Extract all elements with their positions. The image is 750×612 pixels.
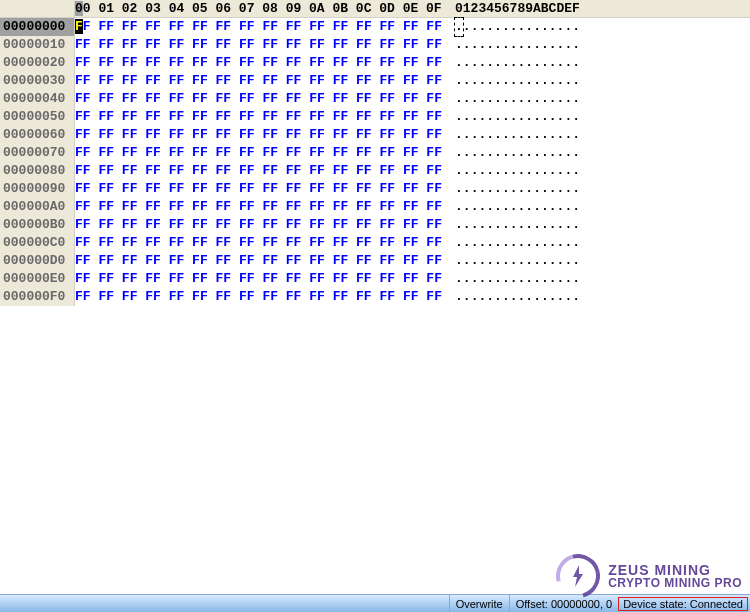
ascii-bytes[interactable]: ................ — [443, 288, 643, 306]
status-bar: Overwrite Offset: 00000000, 0 Device sta… — [0, 594, 750, 612]
header-offset-gutter — [0, 0, 75, 17]
offset-cell: 000000B0 — [0, 216, 75, 234]
offset-cell: 000000F0 — [0, 288, 75, 306]
hex-bytes[interactable]: FF FF FF FF FF FF FF FF FF FF FF FF FF F… — [75, 198, 443, 216]
ascii-bytes[interactable]: ................ — [443, 126, 643, 144]
hex-bytes[interactable]: FF FF FF FF FF FF FF FF FF FF FF FF FF F… — [75, 54, 443, 72]
status-mode: Overwrite — [449, 595, 509, 612]
hex-bytes[interactable]: FF FF FF FF FF FF FF FF FF FF FF FF FF F… — [75, 288, 443, 306]
ascii-bytes[interactable]: ................ — [443, 144, 643, 162]
ascii-bytes[interactable]: ................ — [443, 72, 643, 90]
hex-bytes[interactable]: FF FF FF FF FF FF FF FF FF FF FF FF FF F… — [75, 216, 443, 234]
hex-grid[interactable]: 00000000FF FF FF FF FF FF FF FF FF FF FF… — [0, 18, 750, 594]
ascii-bytes[interactable]: ................ — [443, 216, 643, 234]
offset-cell: 00000010 — [0, 36, 75, 54]
hex-bytes[interactable]: FF FF FF FF FF FF FF FF FF FF FF FF FF F… — [75, 18, 443, 36]
offset-cell: 00000000 — [0, 18, 75, 36]
offset-cell: 00000050 — [0, 108, 75, 126]
hex-bytes[interactable]: FF FF FF FF FF FF FF FF FF FF FF FF FF F… — [75, 126, 443, 144]
hex-bytes[interactable]: FF FF FF FF FF FF FF FF FF FF FF FF FF F… — [75, 252, 443, 270]
offset-cell: 00000070 — [0, 144, 75, 162]
hex-row[interactable]: 00000050FF FF FF FF FF FF FF FF FF FF FF… — [0, 108, 750, 126]
offset-cell: 000000A0 — [0, 198, 75, 216]
ascii-bytes[interactable]: ................ — [443, 162, 643, 180]
hex-bytes[interactable]: FF FF FF FF FF FF FF FF FF FF FF FF FF F… — [75, 36, 443, 54]
hex-row[interactable]: 00000010FF FF FF FF FF FF FF FF FF FF FF… — [0, 36, 750, 54]
header-ascii-columns: 0123456789ABCDEF — [443, 0, 580, 17]
hex-row[interactable]: 00000070FF FF FF FF FF FF FF FF FF FF FF… — [0, 144, 750, 162]
hex-row[interactable]: 00000090FF FF FF FF FF FF FF FF FF FF FF… — [0, 180, 750, 198]
hex-row[interactable]: 00000030FF FF FF FF FF FF FF FF FF FF FF… — [0, 72, 750, 90]
hex-row[interactable]: 000000E0FF FF FF FF FF FF FF FF FF FF FF… — [0, 270, 750, 288]
offset-cell: 000000C0 — [0, 234, 75, 252]
hex-row[interactable]: 000000A0FF FF FF FF FF FF FF FF FF FF FF… — [0, 198, 750, 216]
ascii-bytes[interactable]: ................ — [443, 252, 643, 270]
status-offset: Offset: 00000000, 0 — [509, 595, 618, 612]
ascii-bytes[interactable]: ................ — [443, 180, 643, 198]
header-hex-columns: 00 01 02 03 04 05 06 07 08 09 0A 0B 0C 0… — [75, 0, 443, 17]
hex-row[interactable]: 00000080FF FF FF FF FF FF FF FF FF FF FF… — [0, 162, 750, 180]
hex-row[interactable]: 00000000FF FF FF FF FF FF FF FF FF FF FF… — [0, 18, 750, 36]
offset-cell: 000000D0 — [0, 252, 75, 270]
ascii-bytes[interactable]: ................ — [443, 36, 643, 54]
offset-cell: 00000080 — [0, 162, 75, 180]
status-device-state: Device state: Connected — [618, 597, 748, 611]
hex-bytes[interactable]: FF FF FF FF FF FF FF FF FF FF FF FF FF F… — [75, 144, 443, 162]
ascii-bytes[interactable]: ................ — [443, 90, 643, 108]
hex-bytes[interactable]: FF FF FF FF FF FF FF FF FF FF FF FF FF F… — [75, 180, 443, 198]
offset-cell: 00000040 — [0, 90, 75, 108]
ascii-bytes[interactable]: ................ — [443, 18, 643, 36]
hex-header: 00 01 02 03 04 05 06 07 08 09 0A 0B 0C 0… — [0, 0, 750, 18]
offset-cell: 000000E0 — [0, 270, 75, 288]
ascii-bytes[interactable]: ................ — [443, 234, 643, 252]
hex-bytes[interactable]: FF FF FF FF FF FF FF FF FF FF FF FF FF F… — [75, 270, 443, 288]
hex-row[interactable]: 000000D0FF FF FF FF FF FF FF FF FF FF FF… — [0, 252, 750, 270]
offset-cell: 00000030 — [0, 72, 75, 90]
hex-row[interactable]: 00000060FF FF FF FF FF FF FF FF FF FF FF… — [0, 126, 750, 144]
offset-cell: 00000060 — [0, 126, 75, 144]
ascii-bytes[interactable]: ................ — [443, 108, 643, 126]
ascii-bytes[interactable]: ................ — [443, 54, 643, 72]
hex-bytes[interactable]: FF FF FF FF FF FF FF FF FF FF FF FF FF F… — [75, 234, 443, 252]
hex-row[interactable]: 00000020FF FF FF FF FF FF FF FF FF FF FF… — [0, 54, 750, 72]
offset-cell: 00000090 — [0, 180, 75, 198]
hex-bytes[interactable]: FF FF FF FF FF FF FF FF FF FF FF FF FF F… — [75, 162, 443, 180]
ascii-bytes[interactable]: ................ — [443, 270, 643, 288]
hex-bytes[interactable]: FF FF FF FF FF FF FF FF FF FF FF FF FF F… — [75, 90, 443, 108]
hex-row[interactable]: 00000040FF FF FF FF FF FF FF FF FF FF FF… — [0, 90, 750, 108]
hex-row[interactable]: 000000B0FF FF FF FF FF FF FF FF FF FF FF… — [0, 216, 750, 234]
hex-bytes[interactable]: FF FF FF FF FF FF FF FF FF FF FF FF FF F… — [75, 72, 443, 90]
ascii-bytes[interactable]: ................ — [443, 198, 643, 216]
hex-row[interactable]: 000000F0FF FF FF FF FF FF FF FF FF FF FF… — [0, 288, 750, 306]
hex-row[interactable]: 000000C0FF FF FF FF FF FF FF FF FF FF FF… — [0, 234, 750, 252]
offset-cell: 00000020 — [0, 54, 75, 72]
hex-bytes[interactable]: FF FF FF FF FF FF FF FF FF FF FF FF FF F… — [75, 108, 443, 126]
